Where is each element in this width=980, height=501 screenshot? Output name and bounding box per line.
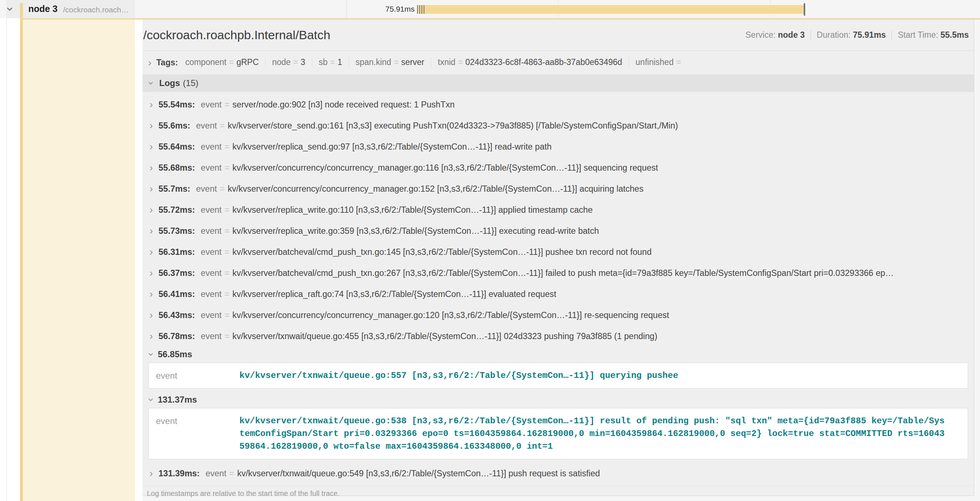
tag-equals: = xyxy=(458,57,463,67)
logs-header[interactable]: › Logs (15) xyxy=(143,74,974,92)
log-key: event xyxy=(201,289,222,299)
logs-footer: Log timestamps are relative to the start… xyxy=(143,485,974,501)
log-timestamp: 56.31ms: xyxy=(159,247,195,257)
log-value: kv/kvserver/concurrency/concurrency_mana… xyxy=(232,310,669,320)
log-group-header[interactable]: ›131.37ms xyxy=(143,392,974,407)
log-timestamp: 55.54ms: xyxy=(159,100,195,110)
log-group-timestamp: 56.85ms xyxy=(158,349,192,359)
span-color-bar xyxy=(20,3,23,18)
log-row[interactable]: ›56.37ms:event=kv/kvserver/batcheval/cmd… xyxy=(143,262,974,284)
log-equals: = xyxy=(220,121,225,131)
chevron-right-icon[interactable]: › xyxy=(147,311,156,319)
tag-key: unfinished xyxy=(635,57,673,67)
chevron-right-icon[interactable]: › xyxy=(147,290,156,298)
log-row[interactable]: ›56.41ms:event=kv/kvserver/replica_raft.… xyxy=(143,284,974,305)
collapse-chevron-icon[interactable]: › xyxy=(5,7,16,11)
chevron-right-icon[interactable]: › xyxy=(147,227,156,235)
chevron-right-icon[interactable]: › xyxy=(147,206,156,214)
tag-key: component xyxy=(185,57,227,67)
log-row[interactable]: ›55.54ms:event=server/node.go:902 [n3] n… xyxy=(143,94,974,115)
log-key: event xyxy=(201,332,222,341)
logs-count: (15) xyxy=(183,78,198,88)
span-bar-hatch xyxy=(417,5,426,14)
log-key: event xyxy=(196,121,217,131)
duration-value: 75.91ms xyxy=(853,30,886,40)
log-group-header[interactable]: ›56.85ms xyxy=(143,347,974,362)
tag-value: 024d3323-6c8f-4863-aa8b-37ab0e63496d xyxy=(465,57,622,67)
log-key: event xyxy=(201,142,222,152)
tag-key: txnid xyxy=(438,57,455,67)
log-value: kv/kvserver/txnwait/queue.go:549 [n3,s3,… xyxy=(237,469,600,479)
chevron-down-icon[interactable]: › xyxy=(147,350,155,359)
tag-value: 1 xyxy=(337,57,342,67)
service-name[interactable]: node 3 xyxy=(28,4,58,14)
log-equals: = xyxy=(224,142,229,152)
operation-name[interactable]: /cockroach.roach… xyxy=(63,5,129,14)
tag-equals: = xyxy=(229,57,234,67)
tag-equals: = xyxy=(330,57,335,67)
tag-equals: = xyxy=(293,57,298,67)
chevron-right-icon[interactable]: › xyxy=(147,332,156,340)
span-detail-header: /cockroach.roachpb.Internal/Batch Servic… xyxy=(143,19,974,51)
span-detail-meta: Service: node 3Duration: 75.91msStart Ti… xyxy=(745,30,969,40)
log-value: kv/kvserver/replica_send.go:97 [n3,s3,r6… xyxy=(232,142,552,152)
log-row[interactable]: ›55.73ms:event=kv/kvserver/replica_write… xyxy=(143,220,974,241)
chevron-right-icon[interactable]: › xyxy=(147,143,156,151)
log-row[interactable]: ›131.39ms:event=kv/kvserver/txnwait/queu… xyxy=(143,463,974,484)
log-equals: = xyxy=(224,226,229,236)
log-row[interactable]: ›56.43ms:event=kv/kvserver/concurrency/c… xyxy=(143,305,974,325)
chevron-right-icon[interactable]: › xyxy=(147,121,156,129)
logs-body: ›55.54ms:event=server/node.go:902 [n3] n… xyxy=(143,92,974,484)
chevron-right-icon[interactable]: › xyxy=(147,269,156,277)
span-detail-panel: /cockroach.roachpb.Internal/Batch Servic… xyxy=(143,19,974,496)
chevron-right-icon[interactable]: › xyxy=(145,59,154,67)
log-row[interactable]: ›55.68ms:event=kv/kvserver/concurrency/c… xyxy=(143,157,974,178)
tag-separator xyxy=(265,58,266,68)
log-key: event xyxy=(201,310,222,320)
log-key: event xyxy=(201,100,222,110)
log-row[interactable]: ›55.72ms:event=kv/kvserver/replica_write… xyxy=(143,199,974,220)
tag-key: node xyxy=(272,57,291,67)
tags-list: component=gRPCnode=3sb=1span.kind=server… xyxy=(185,57,684,68)
event-value-line: 59864.162819000,0 wto=false max=16043598… xyxy=(239,440,945,453)
tags-header[interactable]: › Tags: component=gRPCnode=3sb=1span.kin… xyxy=(143,51,974,74)
tag-value: server xyxy=(401,57,424,67)
chevron-right-icon[interactable]: › xyxy=(147,101,156,108)
tag-item: span.kind=server xyxy=(355,57,424,67)
log-timestamp: 55.68ms: xyxy=(159,163,195,173)
log-key: event xyxy=(201,226,222,236)
chevron-right-icon[interactable]: › xyxy=(147,248,156,256)
chevron-right-icon[interactable]: › xyxy=(147,185,156,193)
event-value-line: kv/kvserver/txnwait/queue.go:538 [n3,s3,… xyxy=(239,415,945,427)
expanded-span-indent-strip[interactable] xyxy=(20,19,135,501)
log-row[interactable]: ›55.7ms:event=kv/kvserver/concurrency/co… xyxy=(143,178,974,199)
log-equals: = xyxy=(224,205,229,215)
tags-label[interactable]: Tags: xyxy=(156,58,178,67)
chevron-down-icon[interactable]: › xyxy=(147,79,155,88)
log-row[interactable]: ›56.31ms:event=kv/kvserver/batcheval/cmd… xyxy=(143,241,974,262)
event-value: kv/kvserver/txnwait/queue.go:557 [n3,s3,… xyxy=(239,369,678,382)
log-equals: = xyxy=(224,289,229,299)
log-value: kv/kvserver/concurrency/concurrency_mana… xyxy=(232,163,658,173)
chevron-right-icon[interactable]: › xyxy=(147,469,156,477)
log-equals: = xyxy=(224,310,229,320)
log-key: event xyxy=(201,163,222,173)
tag-item: txnid=024d3323-6c8f-4863-aa8b-37ab0e6349… xyxy=(438,57,622,67)
log-group-timestamp: 131.37ms xyxy=(158,395,197,405)
span-bar[interactable] xyxy=(417,5,804,14)
service-value: node 3 xyxy=(778,30,805,40)
log-row[interactable]: ›55.6ms:event=kv/kvserver/store_send.go:… xyxy=(143,115,974,136)
log-row[interactable]: ›55.64ms:event=kv/kvserver/replica_send.… xyxy=(143,136,974,157)
event-value-line: temConfigSpan/Start pri=0.03293366 epo=0… xyxy=(239,427,945,440)
log-row[interactable]: ›56.78ms:event=kv/kvserver/txnwait/queue… xyxy=(143,325,974,347)
tag-item: node=3 xyxy=(272,57,305,67)
log-key: event xyxy=(201,268,222,278)
logs-label: Logs xyxy=(159,78,180,88)
span-row[interactable]: › node 3 /cockroach.roach… 75.91ms xyxy=(0,0,980,18)
log-value: kv/kvserver/txnwait/queue.go:455 [n3,s3,… xyxy=(232,332,657,341)
chevron-right-icon[interactable]: › xyxy=(147,164,156,172)
indent-guide-line xyxy=(6,0,6,501)
log-key: event xyxy=(201,205,222,215)
start-time-value: 55.5ms xyxy=(940,30,969,40)
chevron-down-icon[interactable]: › xyxy=(147,395,155,404)
